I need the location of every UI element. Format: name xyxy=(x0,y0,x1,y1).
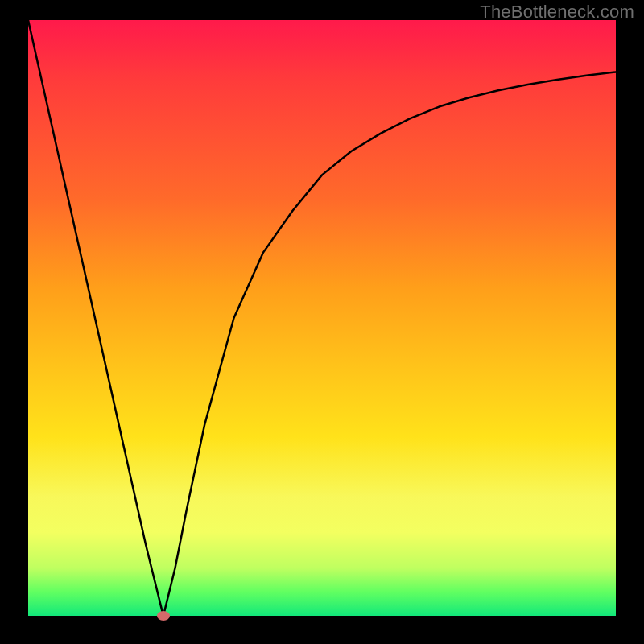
chart-frame: TheBottleneck.com xyxy=(0,0,644,644)
bottleneck-curve xyxy=(28,20,616,616)
plot-area xyxy=(28,20,616,616)
optimum-marker xyxy=(157,611,170,621)
